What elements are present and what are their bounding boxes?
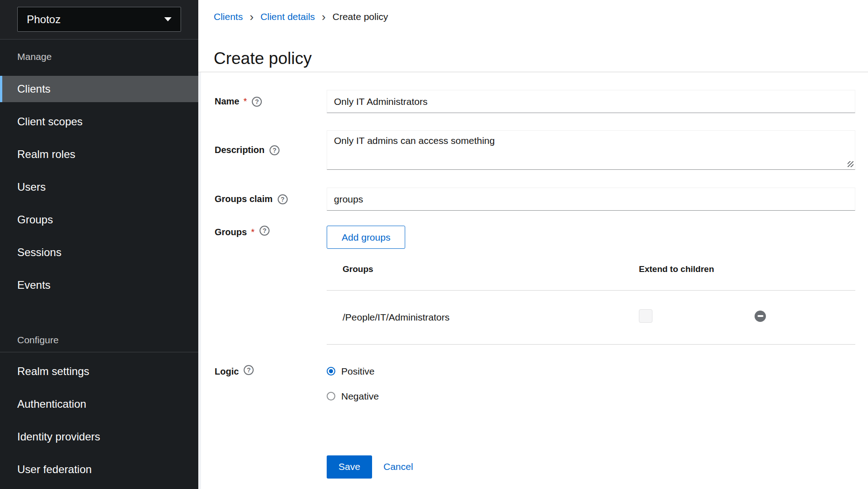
masthead: Photoz [0,0,198,40]
sidebar-item-authentication[interactable]: Authentication [0,391,198,417]
table-row: /People/IT/Administrators [327,290,855,344]
page-title: Create policy [214,48,868,69]
form-row-groups: Groups * ? Add groups Groups Extend to c… [215,226,855,345]
resize-handle-icon[interactable] [848,161,853,167]
breadcrumb-link-clients[interactable]: Clients [214,11,243,23]
logic-negative-label: Negative [341,391,379,402]
group-path-cell: /People/IT/Administrators [327,290,623,344]
sidebar-item-realm-settings[interactable]: Realm settings [0,358,198,385]
sidebar-item-realm-roles[interactable]: Realm roles [0,141,198,168]
help-icon[interactable]: ? [244,365,254,375]
name-label-group: Name * ? [215,90,327,113]
sidebar-item-label: Realm settings [17,365,89,378]
nav-section-manage: Manage Clients Client scopes Realm roles… [0,40,198,305]
realm-selector[interactable]: Photoz [17,7,181,32]
name-input[interactable] [327,90,855,113]
description-label-group: Description ? [215,130,327,170]
logic-label: Logic [215,365,239,378]
sidebar-item-groups[interactable]: Groups [0,207,198,233]
sidebar-item-label: Client scopes [17,115,83,128]
form-row-logic: Logic ? Positive Negative [215,365,855,403]
groups-claim-label: Groups claim [215,194,273,204]
help-icon[interactable]: ? [260,226,270,236]
sidebar-item-events[interactable]: Events [0,272,198,298]
groups-table: Groups Extend to children /People/IT/Adm… [327,249,855,345]
create-policy-form: Name * ? Description ? Only IT admins ca… [198,72,868,489]
caret-down-icon [164,17,172,21]
add-groups-button[interactable]: Add groups [327,226,405,249]
form-row-groups-claim: Groups claim ? [215,188,855,211]
sidebar-item-label: Identity providers [17,430,100,443]
groups-label-group: Groups * ? [215,226,327,345]
description-label: Description [215,145,265,155]
sidebar-item-label: Events [17,279,50,291]
column-header-extend-to-children: Extend to children [623,249,739,290]
sidebar-item-label: Authentication [17,398,86,410]
sidebar-item-label: User federation [17,463,92,476]
sidebar: Photoz Manage Clients Client scopes Real… [0,0,198,489]
sidebar-item-label: Sessions [17,246,61,259]
sidebar-item-client-scopes[interactable]: Client scopes [0,109,198,135]
sidebar-item-user-federation[interactable]: User federation [0,456,198,483]
logic-option-positive: Positive [327,365,855,378]
groups-claim-input[interactable] [327,188,855,211]
sidebar-item-sessions[interactable]: Sessions [0,239,198,266]
name-label: Name [215,96,239,107]
sidebar-item-label: Users [17,181,46,193]
nav-section-title-manage: Manage [17,52,198,62]
required-indicator: * [251,226,255,238]
column-header-actions [739,249,855,290]
logic-negative-radio[interactable] [327,392,335,400]
nav-section-title-configure: Configure [17,335,198,345]
minus-circle-icon [757,315,763,317]
form-row-description: Description ? Only IT admins can access … [215,130,855,170]
nav-divider [0,352,198,352]
sidebar-item-clients[interactable]: Clients [0,76,198,102]
sidebar-item-label: Groups [17,213,53,226]
cancel-link[interactable]: Cancel [383,461,413,472]
form-actions: Save Cancel [215,455,855,479]
breadcrumb-link-client-details[interactable]: Client details [260,11,315,23]
description-textarea[interactable]: Only IT admins can access something [327,130,855,170]
logic-positive-radio[interactable] [327,367,335,375]
breadcrumb-current: Create policy [333,11,388,23]
help-icon[interactable]: ? [252,97,262,107]
nav-section-configure: Configure Realm settings Authentication … [0,305,198,489]
sidebar-item-label: Clients [17,83,50,95]
breadcrumb: Clients › Client details › Create policy [214,11,868,23]
sidebar-item-users[interactable]: Users [0,174,198,200]
extend-to-children-checkbox[interactable] [639,309,652,323]
sidebar-item-label: Realm roles [17,148,75,161]
logic-positive-label: Positive [341,366,375,377]
column-header-groups: Groups [327,249,623,290]
logic-label-group: Logic ? [215,365,327,403]
breadcrumb-separator-icon: › [322,12,326,22]
main-content: Clients › Client details › Create policy… [198,0,868,489]
groups-claim-label-group: Groups claim ? [215,188,327,211]
save-button[interactable]: Save [327,455,372,479]
realm-name: Photoz [27,13,61,26]
groups-table-header-row: Groups Extend to children [327,249,855,290]
help-icon[interactable]: ? [278,194,288,204]
groups-label: Groups [215,226,247,238]
help-icon[interactable]: ? [270,145,280,155]
sidebar-item-identity-providers[interactable]: Identity providers [0,424,198,450]
remove-group-button[interactable] [755,311,766,322]
page-header: Clients › Client details › Create policy… [198,0,868,72]
required-indicator: * [243,96,247,107]
breadcrumb-separator-icon: › [250,12,254,22]
form-row-name: Name * ? [215,90,855,113]
logic-option-negative: Negative [327,390,855,403]
